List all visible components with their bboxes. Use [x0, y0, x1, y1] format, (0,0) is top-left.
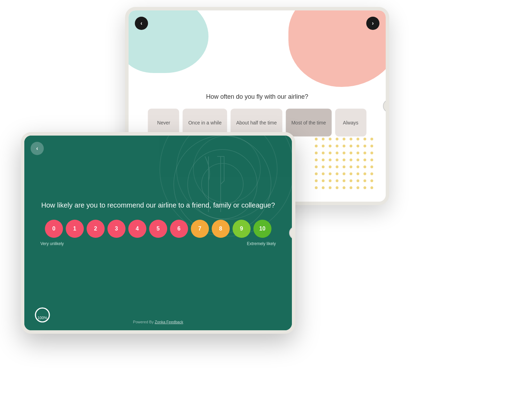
nps-scale-row: 0 1 2 3 4 5 6 7 8 9 10 [40, 220, 276, 238]
back-tablet-content: How often do you fly with our airline? N… [148, 93, 367, 137]
progress-circle [34, 307, 51, 323]
svg-point-14 [350, 145, 352, 147]
svg-point-16 [363, 145, 366, 147]
nps-btn-10[interactable]: 10 [253, 220, 271, 238]
svg-point-23 [350, 152, 352, 154]
svg-point-42 [357, 165, 359, 168]
svg-point-67 [343, 186, 345, 189]
svg-point-31 [343, 159, 345, 161]
svg-point-27 [315, 159, 318, 161]
option-always[interactable]: Always [335, 109, 366, 137]
front-tablet-content: How likely are you to recommend our airl… [40, 200, 276, 246]
zonka-feedback-link[interactable]: Zonka Feedback [155, 320, 183, 324]
svg-point-69 [357, 186, 359, 189]
svg-point-47 [329, 172, 332, 175]
svg-point-65 [329, 186, 332, 189]
svg-point-71 [370, 186, 373, 189]
svg-point-66 [336, 186, 338, 189]
svg-point-62 [370, 179, 373, 182]
svg-point-22 [343, 152, 345, 154]
svg-point-36 [315, 165, 318, 168]
nps-labels: Very unlikely Extremely likely [40, 241, 276, 246]
svg-point-6 [357, 138, 359, 140]
svg-point-20 [329, 152, 332, 154]
option-most-of-time[interactable]: Most of the time [286, 109, 332, 137]
svg-point-25 [363, 152, 366, 154]
svg-point-5 [350, 138, 352, 140]
nps-btn-9[interactable]: 9 [232, 220, 251, 238]
nps-btn-2[interactable]: 2 [87, 220, 105, 238]
nps-btn-1[interactable]: 1 [66, 220, 84, 238]
svg-point-59 [350, 179, 352, 182]
nps-btn-5[interactable]: 5 [149, 220, 167, 238]
svg-point-26 [370, 152, 373, 154]
svg-point-39 [336, 165, 338, 168]
svg-point-1 [322, 138, 325, 140]
back-nav-left-button[interactable]: ‹ [135, 17, 148, 30]
svg-point-70 [363, 186, 366, 189]
svg-point-55 [322, 179, 325, 182]
svg-point-8 [370, 138, 373, 140]
decorative-dots: // We'll generate dots in a grid [313, 136, 375, 191]
nps-label-left: Very unlikely [40, 241, 64, 246]
svg-point-34 [363, 159, 366, 161]
svg-point-53 [370, 172, 373, 175]
svg-point-63 [315, 186, 318, 189]
front-tablet: ‹ How likely are you to recommend our ai… [21, 132, 295, 334]
nps-btn-0[interactable]: 0 [45, 220, 63, 238]
svg-point-48 [336, 172, 338, 175]
svg-point-61 [363, 179, 366, 182]
svg-point-37 [322, 165, 325, 168]
tablet-home-button [383, 99, 386, 113]
progress-percentage: 100% [36, 316, 49, 320]
svg-point-45 [315, 172, 318, 175]
svg-point-10 [322, 145, 325, 147]
svg-point-17 [370, 145, 373, 147]
svg-point-43 [363, 165, 366, 168]
svg-point-33 [357, 159, 359, 161]
svg-point-58 [343, 179, 345, 182]
svg-point-57 [336, 179, 338, 182]
nps-label-right: Extremely likely [247, 241, 276, 246]
svg-point-29 [329, 159, 332, 161]
front-nav-left-button[interactable]: ‹ [31, 142, 44, 155]
svg-point-44 [370, 165, 373, 168]
svg-point-40 [343, 165, 345, 168]
svg-point-52 [363, 172, 366, 175]
nps-btn-6[interactable]: 6 [170, 220, 188, 238]
svg-point-4 [343, 138, 345, 140]
svg-point-18 [315, 152, 318, 154]
back-question-text: How often do you fly with our airline? [148, 93, 367, 100]
powered-by-text: Powered By Zonka Feedback [133, 320, 183, 324]
svg-point-81 [35, 308, 49, 322]
svg-point-0 [315, 138, 318, 140]
svg-point-60 [357, 179, 359, 182]
svg-point-38 [329, 165, 332, 168]
svg-point-24 [357, 152, 359, 154]
svg-point-64 [322, 186, 325, 189]
back-nav-right-button[interactable]: › [366, 17, 379, 30]
svg-point-56 [329, 179, 332, 182]
nps-btn-7[interactable]: 7 [191, 220, 209, 238]
svg-point-9 [315, 145, 318, 147]
svg-point-21 [336, 152, 338, 154]
svg-point-30 [336, 159, 338, 161]
svg-point-11 [329, 145, 332, 147]
svg-point-49 [343, 172, 345, 175]
svg-point-51 [357, 172, 359, 175]
svg-point-32 [350, 159, 352, 161]
svg-point-79 [193, 136, 260, 203]
svg-point-2 [329, 138, 332, 140]
nps-btn-3[interactable]: 3 [107, 220, 125, 238]
svg-point-19 [322, 152, 325, 154]
svg-point-68 [350, 186, 352, 189]
svg-point-41 [350, 165, 352, 168]
svg-point-46 [322, 172, 325, 175]
svg-point-12 [336, 145, 338, 147]
nps-btn-8[interactable]: 8 [212, 220, 230, 238]
svg-point-54 [315, 179, 318, 182]
front-question-text: How likely are you to recommend our airl… [40, 200, 276, 210]
nps-btn-4[interactable]: 4 [128, 220, 146, 238]
svg-point-15 [357, 145, 359, 147]
svg-point-13 [343, 145, 345, 147]
